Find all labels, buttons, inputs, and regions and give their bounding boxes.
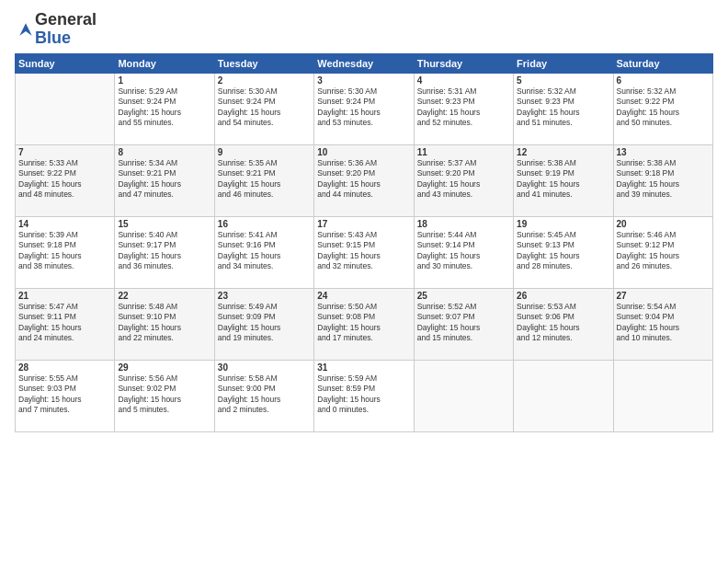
day-number: 9	[218, 147, 311, 157]
day-cell: 3Sunrise: 5:30 AMSunset: 9:24 PMDaylight…	[314, 73, 414, 144]
day-cell: 15Sunrise: 5:40 AMSunset: 9:17 PMDayligh…	[115, 216, 214, 288]
day-number: 12	[517, 147, 609, 157]
day-number: 21	[18, 291, 111, 301]
week-row-3: 14Sunrise: 5:39 AMSunset: 9:18 PMDayligh…	[16, 216, 713, 288]
day-info: Sunrise: 5:41 AMSunset: 9:16 PMDaylight:…	[218, 230, 311, 272]
day-cell: 1Sunrise: 5:29 AMSunset: 9:24 PMDaylight…	[115, 73, 214, 144]
day-info: Sunrise: 5:30 AMSunset: 9:24 PMDaylight:…	[317, 86, 410, 129]
day-info: Sunrise: 5:45 AMSunset: 9:13 PMDaylight:…	[517, 230, 609, 272]
day-cell	[613, 360, 712, 431]
day-info: Sunrise: 5:50 AMSunset: 9:08 PMDaylight:…	[317, 302, 410, 344]
day-info: Sunrise: 5:53 AMSunset: 9:06 PMDaylight:…	[517, 302, 609, 344]
day-cell: 26Sunrise: 5:53 AMSunset: 9:06 PMDayligh…	[514, 288, 613, 360]
day-cell: 4Sunrise: 5:31 AMSunset: 9:23 PMDaylight…	[414, 73, 513, 144]
day-number: 4	[417, 75, 510, 86]
day-number: 13	[617, 147, 710, 157]
day-cell: 25Sunrise: 5:52 AMSunset: 9:07 PMDayligh…	[414, 288, 513, 360]
col-header-saturday: Saturday	[613, 53, 712, 73]
day-cell: 7Sunrise: 5:33 AMSunset: 9:22 PMDaylight…	[16, 144, 115, 216]
day-number: 17	[317, 219, 410, 229]
day-cell	[514, 360, 613, 431]
day-number: 18	[417, 219, 510, 229]
day-info: Sunrise: 5:40 AMSunset: 9:17 PMDaylight:…	[118, 230, 210, 272]
day-number: 23	[218, 291, 311, 301]
day-cell: 23Sunrise: 5:49 AMSunset: 9:09 PMDayligh…	[214, 288, 313, 360]
day-cell: 5Sunrise: 5:32 AMSunset: 9:23 PMDaylight…	[514, 73, 613, 144]
day-info: Sunrise: 5:48 AMSunset: 9:10 PMDaylight:…	[118, 302, 210, 344]
day-info: Sunrise: 5:52 AMSunset: 9:07 PMDaylight:…	[417, 302, 510, 344]
day-number: 7	[18, 147, 111, 157]
day-info: Sunrise: 5:49 AMSunset: 9:09 PMDaylight:…	[218, 302, 311, 344]
day-number: 25	[417, 291, 510, 301]
day-cell: 10Sunrise: 5:36 AMSunset: 9:20 PMDayligh…	[314, 144, 414, 216]
day-number: 14	[18, 219, 111, 229]
day-cell: 16Sunrise: 5:41 AMSunset: 9:16 PMDayligh…	[214, 216, 313, 288]
day-info: Sunrise: 5:36 AMSunset: 9:20 PMDaylight:…	[317, 158, 410, 201]
day-info: Sunrise: 5:56 AMSunset: 9:02 PMDaylight:…	[118, 373, 210, 416]
day-info: Sunrise: 5:29 AMSunset: 9:24 PMDaylight:…	[118, 86, 210, 129]
day-info: Sunrise: 5:58 AMSunset: 9:00 PMDaylight:…	[218, 373, 311, 416]
col-header-wednesday: Wednesday	[314, 53, 414, 73]
day-number: 1	[118, 75, 210, 86]
day-info: Sunrise: 5:59 AMSunset: 8:59 PMDaylight:…	[317, 373, 410, 416]
logo-text: General Blue	[35, 11, 97, 48]
day-info: Sunrise: 5:39 AMSunset: 9:18 PMDaylight:…	[18, 230, 111, 272]
day-info: Sunrise: 5:34 AMSunset: 9:21 PMDaylight:…	[118, 158, 210, 201]
col-header-sunday: Sunday	[16, 53, 115, 73]
day-cell: 24Sunrise: 5:50 AMSunset: 9:08 PMDayligh…	[314, 288, 414, 360]
day-number: 28	[18, 362, 111, 373]
day-cell: 2Sunrise: 5:30 AMSunset: 9:24 PMDaylight…	[214, 73, 313, 144]
day-number: 10	[317, 147, 410, 157]
day-number: 26	[517, 291, 609, 301]
day-number: 15	[118, 219, 210, 229]
svg-marker-0	[19, 23, 31, 35]
day-cell: 8Sunrise: 5:34 AMSunset: 9:21 PMDaylight…	[115, 144, 214, 216]
header-row: SundayMondayTuesdayWednesdayThursdayFrid…	[16, 53, 713, 73]
day-info: Sunrise: 5:32 AMSunset: 9:23 PMDaylight:…	[517, 86, 609, 129]
col-header-monday: Monday	[115, 53, 214, 73]
day-info: Sunrise: 5:38 AMSunset: 9:19 PMDaylight:…	[517, 158, 609, 201]
day-cell: 28Sunrise: 5:55 AMSunset: 9:03 PMDayligh…	[16, 360, 115, 431]
day-cell: 6Sunrise: 5:32 AMSunset: 9:22 PMDaylight…	[613, 73, 712, 144]
day-number: 30	[218, 362, 311, 373]
page-container: General Blue SundayMondayTuesdayWednesda…	[0, 0, 728, 440]
day-number: 5	[517, 75, 609, 86]
day-info: Sunrise: 5:47 AMSunset: 9:11 PMDaylight:…	[18, 302, 111, 344]
logo: General Blue	[15, 11, 97, 48]
day-info: Sunrise: 5:43 AMSunset: 9:15 PMDaylight:…	[317, 230, 410, 272]
day-cell: 18Sunrise: 5:44 AMSunset: 9:14 PMDayligh…	[414, 216, 513, 288]
week-row-4: 21Sunrise: 5:47 AMSunset: 9:11 PMDayligh…	[16, 288, 713, 360]
day-info: Sunrise: 5:35 AMSunset: 9:21 PMDaylight:…	[218, 158, 311, 201]
day-number: 2	[218, 75, 311, 86]
day-number: 3	[317, 75, 410, 86]
day-number: 22	[118, 291, 210, 301]
day-info: Sunrise: 5:44 AMSunset: 9:14 PMDaylight:…	[417, 230, 510, 272]
day-cell: 27Sunrise: 5:54 AMSunset: 9:04 PMDayligh…	[613, 288, 712, 360]
day-info: Sunrise: 5:46 AMSunset: 9:12 PMDaylight:…	[617, 230, 710, 272]
day-cell: 20Sunrise: 5:46 AMSunset: 9:12 PMDayligh…	[613, 216, 712, 288]
day-number: 16	[218, 219, 311, 229]
day-info: Sunrise: 5:55 AMSunset: 9:03 PMDaylight:…	[18, 373, 111, 416]
header: General Blue	[15, 11, 713, 48]
week-row-1: 1Sunrise: 5:29 AMSunset: 9:24 PMDaylight…	[16, 73, 713, 144]
day-number: 27	[617, 291, 710, 301]
day-number: 6	[617, 75, 710, 86]
day-number: 19	[517, 219, 609, 229]
day-cell	[414, 360, 513, 431]
col-header-thursday: Thursday	[414, 53, 513, 73]
col-header-tuesday: Tuesday	[214, 53, 313, 73]
day-number: 31	[317, 362, 410, 373]
day-number: 24	[317, 291, 410, 301]
day-info: Sunrise: 5:32 AMSunset: 9:22 PMDaylight:…	[617, 86, 710, 129]
day-cell: 14Sunrise: 5:39 AMSunset: 9:18 PMDayligh…	[16, 216, 115, 288]
day-cell: 13Sunrise: 5:38 AMSunset: 9:18 PMDayligh…	[613, 144, 712, 216]
day-cell: 9Sunrise: 5:35 AMSunset: 9:21 PMDaylight…	[214, 144, 313, 216]
day-cell: 31Sunrise: 5:59 AMSunset: 8:59 PMDayligh…	[314, 360, 414, 431]
col-header-friday: Friday	[514, 53, 613, 73]
day-cell: 19Sunrise: 5:45 AMSunset: 9:13 PMDayligh…	[514, 216, 613, 288]
day-info: Sunrise: 5:54 AMSunset: 9:04 PMDaylight:…	[617, 302, 710, 344]
day-info: Sunrise: 5:37 AMSunset: 9:20 PMDaylight:…	[417, 158, 510, 201]
logo-icon	[17, 20, 35, 39]
day-number: 8	[118, 147, 210, 157]
day-info: Sunrise: 5:38 AMSunset: 9:18 PMDaylight:…	[617, 158, 710, 201]
